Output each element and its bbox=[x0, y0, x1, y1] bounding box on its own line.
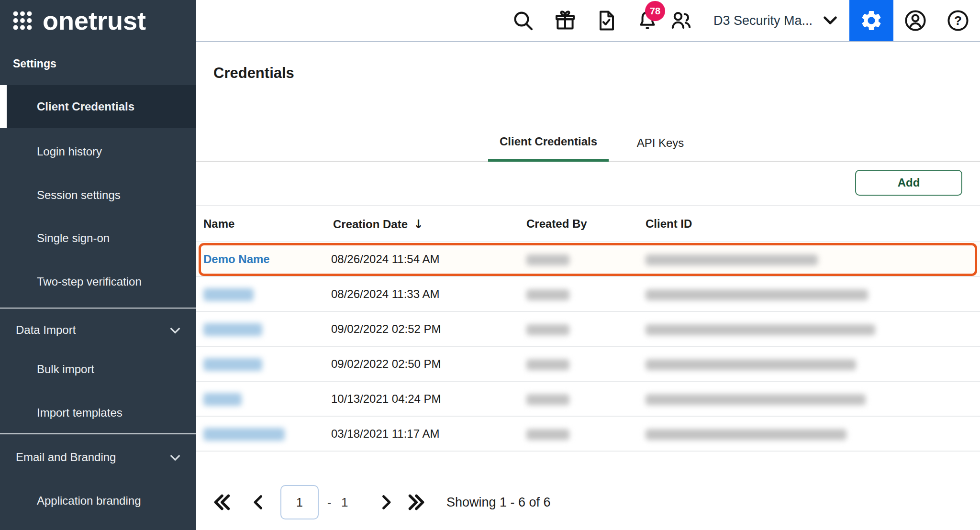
redacted-created-by bbox=[526, 289, 569, 300]
redacted-client-id bbox=[646, 394, 866, 405]
pagination-bar: 1 - 1 Showing 1 - 6 of 6 bbox=[196, 481, 980, 524]
first-page-button[interactable] bbox=[211, 491, 233, 513]
table-header: Name Creation Date ↓ Created By Client I… bbox=[196, 206, 980, 242]
logo-text: onetrust bbox=[43, 8, 146, 33]
sidebar-item-login-history[interactable]: Login history bbox=[0, 130, 196, 173]
redacted-created-by bbox=[526, 359, 569, 370]
chevron-down-icon bbox=[167, 322, 183, 338]
logo: onetrust bbox=[13, 8, 146, 33]
sidebar-item-two-step-verification[interactable]: Two-step verification bbox=[0, 260, 196, 303]
redacted-name-link[interactable] bbox=[203, 358, 262, 371]
column-header-client-id[interactable]: Client ID bbox=[646, 217, 692, 231]
sidebar-item-label: Application branding bbox=[0, 494, 141, 508]
sidebar-item-single-sign-on[interactable]: Single sign-on bbox=[0, 217, 196, 260]
redacted-client-id bbox=[646, 359, 856, 370]
double-chevron-right-icon bbox=[406, 491, 428, 513]
app-launcher-grid-icon[interactable] bbox=[13, 11, 32, 30]
sidebar-item-label: Single sign-on bbox=[0, 232, 110, 245]
redacted-client-id bbox=[646, 324, 875, 335]
org-selector-dropdown[interactable]: D3 Security Ma... bbox=[713, 0, 840, 41]
notification-badge[interactable]: 78 bbox=[645, 1, 665, 21]
redacted-client-id bbox=[646, 289, 868, 300]
redacted-client-id bbox=[646, 254, 818, 265]
settings-button[interactable] bbox=[849, 0, 893, 41]
redacted-name-link[interactable] bbox=[203, 428, 285, 441]
document-check-icon[interactable] bbox=[595, 9, 618, 32]
table-row[interactable]: 08/26/2024 11:33 AM bbox=[196, 277, 980, 312]
sidebar-item-import-templates[interactable]: Import templates bbox=[0, 391, 196, 434]
main-content: 78 D3 Security Ma... bbox=[196, 0, 980, 530]
redacted-created-by bbox=[526, 394, 569, 405]
creation-date-cell: 08/26/2024 11:33 AM bbox=[331, 287, 439, 301]
redacted-client-id bbox=[646, 429, 846, 440]
creation-date-cell: 09/02/2022 02:52 PM bbox=[331, 322, 441, 336]
sidebar-group-email-and-branding[interactable]: Email and Branding bbox=[0, 436, 196, 479]
sort-descending-icon[interactable]: ↓ bbox=[413, 217, 423, 231]
redacted-name-link[interactable] bbox=[203, 288, 254, 301]
column-header-created-by[interactable]: Created By bbox=[526, 217, 587, 231]
tab-client-credentials[interactable]: Client Credentials bbox=[488, 124, 609, 162]
chevron-right-icon bbox=[376, 492, 396, 512]
creation-date-cell: 09/02/2022 02:50 PM bbox=[331, 357, 441, 371]
column-label: Creation Date bbox=[333, 217, 408, 231]
table-row[interactable]: 09/02/2022 02:52 PM bbox=[196, 312, 980, 347]
column-header-creation-date[interactable]: Creation Date ↓ bbox=[333, 217, 423, 231]
row-highlight-border bbox=[199, 243, 977, 276]
sidebar-item-client-credentials[interactable]: Client Credentials bbox=[0, 85, 196, 128]
sidebar-group-data-import[interactable]: Data Import bbox=[0, 309, 196, 352]
total-pages: 1 bbox=[341, 495, 348, 510]
sidebar-item-label: Import templates bbox=[0, 406, 122, 420]
previous-page-button[interactable] bbox=[249, 492, 269, 512]
tab-bar: Client Credentials API Keys bbox=[196, 124, 980, 162]
topbar: 78 D3 Security Ma... bbox=[196, 0, 980, 42]
column-header-name[interactable]: Name bbox=[203, 217, 234, 231]
sidebar-item-label: Login history bbox=[0, 145, 102, 158]
sidebar-item-bulk-import[interactable]: Bulk import bbox=[0, 348, 196, 391]
table-row[interactable]: Demo Name 08/26/2024 11:54 AM bbox=[196, 242, 980, 277]
redacted-created-by bbox=[526, 429, 569, 440]
app-window: onetrust Settings Client Credentials Log… bbox=[0, 0, 980, 530]
table-row[interactable]: 09/02/2022 02:50 PM bbox=[196, 347, 980, 382]
gear-icon bbox=[859, 9, 883, 33]
pagination-summary: Showing 1 - 6 of 6 bbox=[446, 495, 551, 510]
tab-api-keys[interactable]: API Keys bbox=[629, 124, 691, 162]
sidebar-item-application-branding[interactable]: Application branding bbox=[0, 479, 196, 522]
sidebar-item-label: Two-step verification bbox=[0, 275, 142, 288]
svg-text:?: ? bbox=[954, 13, 962, 28]
table-body: Demo Name 08/26/2024 11:54 AM 08/26/2024… bbox=[196, 242, 980, 452]
last-page-button[interactable] bbox=[406, 491, 428, 513]
help-icon[interactable]: ? bbox=[946, 9, 970, 33]
next-page-button[interactable] bbox=[376, 492, 396, 512]
page-separator: - bbox=[327, 496, 331, 509]
column-label: Client ID bbox=[646, 217, 692, 231]
sidebar-item-label: Session settings bbox=[0, 188, 121, 202]
chevron-down-icon bbox=[820, 11, 840, 31]
search-icon[interactable] bbox=[512, 9, 535, 32]
sidebar-group-label: Email and Branding bbox=[0, 451, 116, 464]
page-title: Credentials bbox=[213, 65, 294, 82]
tab-label: API Keys bbox=[637, 136, 684, 150]
creation-date-cell: 08/26/2024 11:54 AM bbox=[331, 253, 439, 266]
sidebar-group-label: Data Import bbox=[0, 323, 76, 337]
sidebar-divider bbox=[0, 433, 196, 434]
redacted-name-link[interactable] bbox=[203, 323, 262, 336]
credential-name-link[interactable]: Demo Name bbox=[203, 253, 270, 265]
add-button[interactable]: Add bbox=[855, 170, 962, 196]
org-selector-label: D3 Security Ma... bbox=[713, 13, 813, 28]
chevron-down-icon bbox=[167, 450, 183, 465]
creation-date-cell: 10/13/2021 04:24 PM bbox=[331, 392, 441, 406]
redacted-name-link[interactable] bbox=[203, 393, 242, 406]
current-page-input[interactable]: 1 bbox=[280, 485, 319, 519]
gift-icon[interactable] bbox=[554, 9, 577, 32]
sidebar-section-settings: Settings bbox=[13, 57, 56, 70]
table-row[interactable]: 03/18/2021 11:17 AM bbox=[196, 417, 980, 452]
creation-date-cell: 03/18/2021 11:17 AM bbox=[331, 427, 439, 441]
sidebar-item-session-settings[interactable]: Session settings bbox=[0, 174, 196, 217]
users-icon[interactable] bbox=[669, 9, 692, 32]
table-row[interactable]: 10/13/2021 04:24 PM bbox=[196, 382, 980, 417]
chevron-left-icon bbox=[249, 492, 269, 512]
sidebar-item-label: Bulk import bbox=[0, 363, 94, 376]
redacted-created-by bbox=[526, 254, 569, 265]
account-icon[interactable] bbox=[903, 9, 927, 33]
redacted-created-by bbox=[526, 324, 569, 335]
